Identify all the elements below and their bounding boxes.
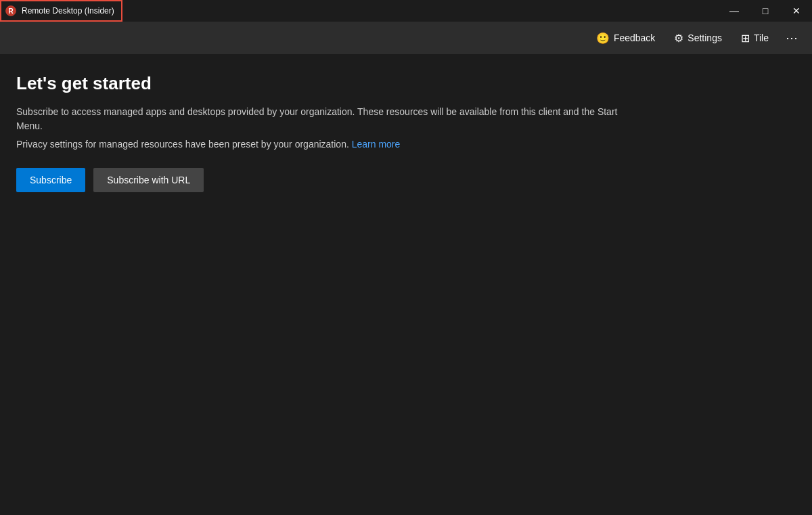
subscribe-button[interactable]: Subscribe (16, 168, 85, 192)
button-group: Subscribe Subscribe with URL (16, 168, 796, 192)
description-line1: Subscribe to access managed apps and des… (16, 105, 625, 133)
tile-label: Tile (754, 32, 769, 43)
privacy-text-content: Privacy settings for managed resources h… (16, 139, 349, 150)
feedback-label: Feedback (614, 32, 655, 43)
subscribe-with-url-button[interactable]: Subscribe with URL (93, 168, 204, 192)
more-icon: ⋯ (786, 30, 798, 45)
maximize-icon: □ (763, 5, 768, 16)
app-icon: R (4, 4, 18, 18)
svg-text:R: R (8, 7, 14, 15)
main-content: Let's get started Subscribe to access ma… (0, 54, 812, 211)
feedback-icon: 🙂 (596, 32, 610, 45)
title-bar: R Remote Desktop (Insider) — □ ✕ (0, 0, 812, 22)
maximize-button[interactable]: □ (750, 0, 781, 22)
minimize-icon: — (729, 5, 739, 16)
minimize-button[interactable]: — (719, 0, 750, 22)
close-button[interactable]: ✕ (781, 0, 812, 22)
tile-button[interactable]: ⊞ Tile (733, 28, 777, 49)
page-heading: Let's get started (16, 73, 796, 94)
app-title: Remote Desktop (Insider) (22, 6, 114, 16)
settings-label: Settings (687, 32, 722, 43)
close-icon: ✕ (792, 5, 800, 16)
settings-icon: ⚙ (674, 32, 683, 45)
feedback-button[interactable]: 🙂 Feedback (588, 28, 663, 49)
more-button[interactable]: ⋯ (780, 26, 804, 50)
toolbar: 🙂 Feedback ⚙ Settings ⊞ Tile ⋯ (0, 22, 812, 54)
title-bar-left: R Remote Desktop (Insider) (0, 0, 122, 22)
title-bar-controls: — □ ✕ (719, 0, 812, 22)
settings-button[interactable]: ⚙ Settings (666, 28, 730, 49)
learn-more-link[interactable]: Learn more (352, 139, 401, 150)
privacy-description: Privacy settings for managed resources h… (16, 137, 796, 152)
tile-icon: ⊞ (741, 32, 750, 45)
